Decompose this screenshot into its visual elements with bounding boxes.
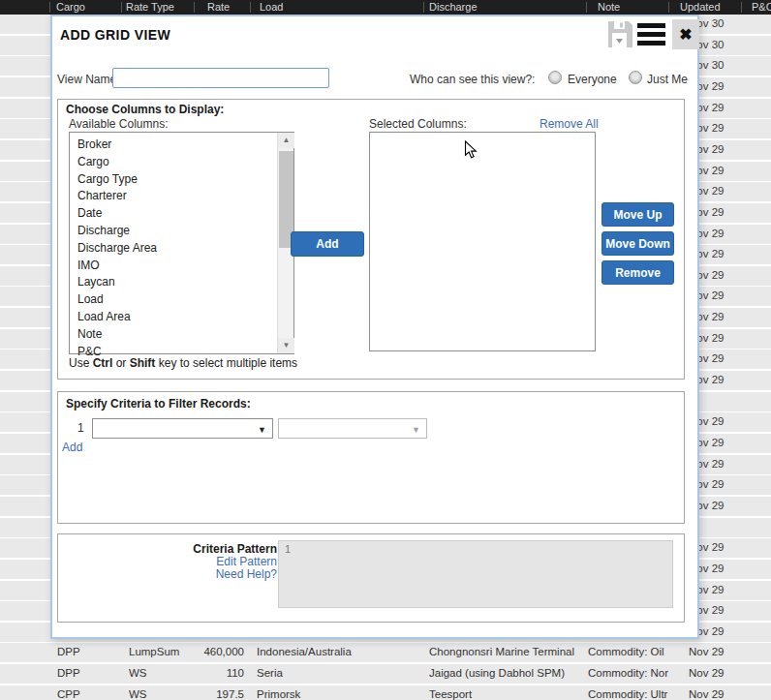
cell-updated: Nov 29 <box>689 688 747 700</box>
just-me-radio-label: Just Me <box>647 73 688 86</box>
remove-button[interactable]: Remove <box>601 260 674 285</box>
view-name-label: View Name: <box>57 73 119 86</box>
available-columns-list: BrokerCargoCargo TypeChartererDateDischa… <box>70 137 277 360</box>
cell-rate_type: WS <box>129 688 191 700</box>
available-column-option[interactable]: Charterer <box>70 188 277 205</box>
available-columns-listbox[interactable]: BrokerCargoCargo TypeChartererDateDischa… <box>69 132 294 354</box>
cell-rate: 110 <box>192 667 244 679</box>
everyone-radio-label: Everyone <box>568 73 617 86</box>
multi-select-hint: Use Ctrl or Shift key to select multiple… <box>69 356 297 370</box>
available-column-option[interactable]: Cargo <box>70 154 277 171</box>
cell-rate_type: LumpSum <box>129 646 191 657</box>
everyone-radio[interactable] <box>548 71 562 84</box>
visibility-label: Who can see this view?: <box>410 73 535 86</box>
cell-load: Indonesia/Australia <box>257 646 423 657</box>
criteria-field-select[interactable]: ▼ <box>92 418 273 439</box>
cell-note: Commodity: Nor <box>588 667 669 679</box>
criteria-row-number: 1 <box>77 421 84 435</box>
dialog-title: ADD GRID VIEW <box>60 27 170 43</box>
cell-rate: 197.5 <box>192 688 244 700</box>
cell-cargo: DPP <box>57 646 125 657</box>
cell-note: Commodity: Ultr <box>588 688 669 700</box>
available-column-option[interactable]: Cargo Type <box>70 171 277 189</box>
cell-note: Commodity: Oil <box>588 646 669 657</box>
add-criteria-link[interactable]: Add <box>62 441 82 454</box>
available-column-option[interactable]: Discharge <box>70 223 277 240</box>
menu-icon[interactable] <box>637 23 666 46</box>
menu-bar <box>637 23 665 28</box>
available-column-option[interactable]: Laycan <box>70 274 277 291</box>
available-column-option[interactable]: Discharge Area <box>70 240 277 258</box>
criteria-title: Specify Criteria to Filter Records: <box>66 397 251 411</box>
hint-text: key to select multiple items <box>155 356 297 370</box>
move-down-button[interactable]: Move Down <box>601 231 674 256</box>
available-column-option[interactable]: IMO <box>70 258 277 275</box>
chevron-down-icon: ▼ <box>258 425 266 435</box>
scroll-up-icon[interactable]: ▲ <box>278 133 294 148</box>
criteria-pattern-section: Criteria Pattern Edit Pattern Need Help?… <box>57 533 685 623</box>
choose-columns-title: Choose Columns to Display: <box>66 103 224 116</box>
app-window: CargoRate TypeRateLoadDischargeNoteUpdat… <box>0 0 771 700</box>
available-column-option[interactable]: Load Area <box>70 309 277 326</box>
filter-criteria-section: Specify Criteria to Filter Records: 1 ▼ … <box>57 391 685 524</box>
mouse-pointer-icon <box>464 140 478 165</box>
cell-discharge: Jaigad (using Dabhol SPM) <box>429 667 586 679</box>
close-icon[interactable]: ✖ <box>672 19 699 49</box>
cell-discharge: Chongnonsri Marine Terminal <box>429 646 586 657</box>
need-help-link[interactable]: Need Help? <box>64 568 277 581</box>
cell-load: Seria <box>257 667 423 679</box>
available-column-option[interactable]: Load <box>70 291 277 309</box>
choose-columns-section: Choose Columns to Display: Available Col… <box>57 99 685 380</box>
menu-bar <box>637 41 665 46</box>
just-me-radio[interactable] <box>629 71 642 84</box>
hint-shift-key: Shift <box>130 356 156 370</box>
cell-updated: Nov 29 <box>689 646 747 657</box>
add-columns-button[interactable]: Add <box>291 231 364 257</box>
cell-load: Primorsk <box>257 688 423 700</box>
menu-bar <box>637 32 665 37</box>
cell-updated: Nov 29 <box>689 667 747 679</box>
pattern-labels: Criteria Pattern Edit Pattern Need Help? <box>64 543 277 581</box>
save-icon[interactable] <box>606 20 633 48</box>
cell-cargo: DPP <box>57 667 125 679</box>
available-column-option[interactable]: Note <box>70 326 277 344</box>
scroll-down-icon[interactable]: ▼ <box>278 338 294 353</box>
hint-text: Use <box>69 356 93 370</box>
grid-data-row[interactable]: DPPLumpSum460,000Indonesia/AustraliaChon… <box>0 643 771 662</box>
cell-discharge: Teesport <box>429 688 586 700</box>
view-name-input[interactable] <box>112 68 329 88</box>
criteria-pattern-textarea[interactable]: 1 <box>278 540 673 608</box>
hint-text: or <box>112 356 129 370</box>
remove-all-link[interactable]: Remove All <box>540 117 599 131</box>
cell-rate_type: WS <box>129 667 191 679</box>
move-up-button[interactable]: Move Up <box>601 202 674 227</box>
criteria-operator-select[interactable]: ▼ <box>278 418 427 439</box>
selected-columns-listbox[interactable] <box>369 132 596 351</box>
add-grid-view-dialog: ADD GRID VIEW ✖ View Name: Who can see t… <box>50 15 699 639</box>
grid-data-row[interactable]: CPPWS197.5PrimorskTeesportCommodity: Ult… <box>0 685 771 700</box>
hint-ctrl-key: Ctrl <box>93 356 113 370</box>
cell-cargo: CPP <box>57 688 125 700</box>
available-column-option[interactable]: Date <box>70 205 277 223</box>
available-columns-label: Available Columns: <box>69 117 169 131</box>
selected-columns-label: Selected Columns: <box>369 117 467 131</box>
available-column-option[interactable]: Broker <box>70 137 277 154</box>
grid-data-row[interactable]: DPPWS110SeriaJaigad (using Dabhol SPM)Co… <box>0 664 771 684</box>
cell-rate: 460,000 <box>192 646 244 657</box>
chevron-down-icon: ▼ <box>412 425 420 435</box>
